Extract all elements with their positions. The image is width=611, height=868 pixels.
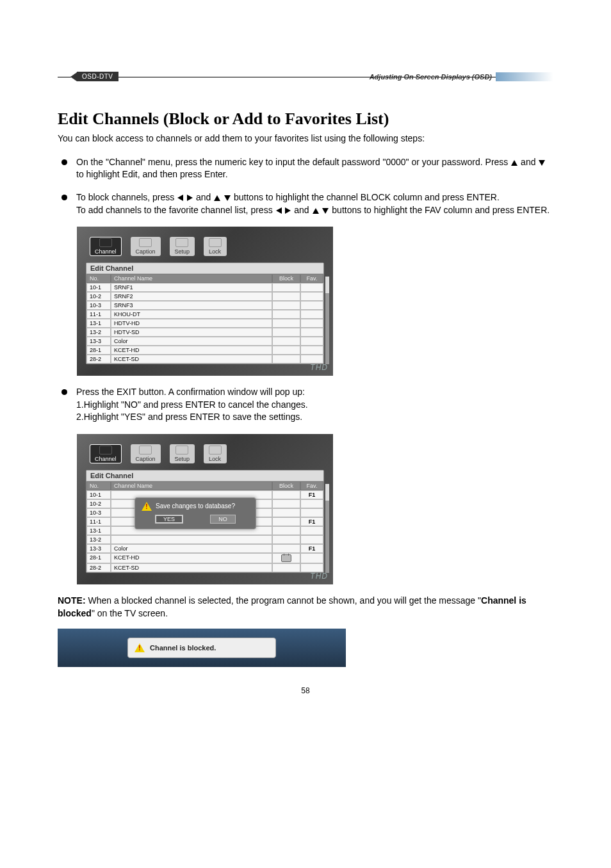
cell-block[interactable] (272, 328, 300, 337)
cell-block[interactable] (272, 499, 300, 508)
table-row[interactable]: 11-1KHOU-DT (86, 310, 323, 319)
channel-icon (99, 446, 112, 454)
cell-block[interactable] (272, 337, 300, 346)
tab-channel[interactable]: Channel (90, 444, 122, 463)
table-row[interactable]: 28-2KCET-SD (86, 355, 323, 364)
arrow-icon (70, 72, 77, 81)
table-row[interactable]: 10-1SRNF1 (86, 283, 323, 292)
tab-setup[interactable]: Setup (170, 444, 195, 463)
cell-block[interactable] (272, 355, 300, 364)
step1-text-a: On the "Channel" menu, press the numeric… (76, 157, 510, 167)
cell-fav[interactable] (300, 355, 323, 364)
cell-name (111, 535, 272, 544)
setup-icon (175, 238, 188, 247)
cell-no: 10-2 (86, 292, 111, 301)
tab-lock[interactable]: Lock (204, 237, 227, 256)
table-row[interactable]: 13-3Color (86, 337, 323, 346)
cell-block[interactable] (272, 508, 300, 517)
confirm-no-button[interactable]: NO (210, 515, 236, 524)
osd-screenshot-1: Channel Caption Setup Lock Edit Channel … (77, 227, 333, 376)
col-name: Channel Name (111, 481, 272, 490)
table-row[interactable]: 28-2KCET-SD (86, 563, 323, 572)
tab-setup-label: Setup (175, 248, 190, 255)
tab-caption[interactable]: Caption (131, 444, 161, 463)
cell-fav[interactable] (300, 499, 323, 508)
cell-fav[interactable] (300, 535, 323, 544)
channel-icon (99, 238, 112, 247)
tab-setup[interactable]: Setup (170, 237, 195, 256)
step2-text-c: buttons to highlight the channel BLOCK c… (231, 192, 500, 202)
confirm-text: Save changes to database? (156, 502, 235, 510)
step3-sub2: 2.Highlight "YES" and press ENTER to sav… (76, 412, 302, 422)
tab-caption[interactable]: Caption (131, 237, 161, 256)
step2-text-b: and (193, 192, 213, 202)
table-row[interactable]: 28-1KCET-HD (86, 553, 323, 563)
page-header: OSD-DTV Adjusting On Screen Displays (OS… (58, 64, 553, 77)
cell-block[interactable] (272, 310, 300, 319)
up-icon (313, 208, 319, 214)
cell-fav[interactable] (300, 337, 323, 346)
cell-fav[interactable]: F1 (300, 490, 323, 499)
cell-fav[interactable] (300, 319, 323, 328)
cell-fav[interactable]: F1 (300, 544, 323, 553)
cell-block[interactable] (272, 346, 300, 355)
table-row[interactable]: 13-1HDTV-HD (86, 319, 323, 328)
note-text-1: When a blocked channel is selected, the … (86, 595, 481, 606)
cell-block[interactable] (272, 319, 300, 328)
step-1: On the "Channel" menu, press the numeric… (58, 156, 553, 181)
cell-block[interactable] (272, 553, 300, 563)
left-icon (276, 207, 282, 214)
cell-block[interactable] (272, 490, 300, 499)
cell-block[interactable] (272, 517, 300, 526)
cell-block[interactable] (272, 535, 300, 544)
down-icon (539, 160, 545, 166)
cell-block[interactable] (272, 563, 300, 572)
cell-name: KCET-HD (111, 346, 272, 355)
step3-text: Press the EXIT button. A confirmation wi… (76, 387, 305, 397)
cell-fav[interactable] (300, 283, 323, 292)
bullet-icon (61, 159, 67, 165)
table-row[interactable]: 28-1KCET-HD (86, 346, 323, 355)
tab-channel[interactable]: Channel (90, 237, 122, 256)
table-row[interactable]: 10-3SRNF3 (86, 301, 323, 310)
caption-icon (139, 238, 152, 247)
tab-lock-label: Lock (209, 456, 221, 462)
cell-fav[interactable] (300, 526, 323, 535)
cell-fav[interactable] (300, 563, 323, 572)
warning-icon: ! (142, 502, 152, 511)
cell-block[interactable] (272, 544, 300, 553)
table-row[interactable]: 13-2HDTV-SD (86, 328, 323, 337)
cell-fav[interactable] (300, 508, 323, 517)
cell-fav[interactable] (300, 310, 323, 319)
cell-fav[interactable] (300, 346, 323, 355)
confirm-yes-button[interactable]: YES (155, 515, 183, 524)
cell-fav[interactable] (300, 553, 323, 563)
cell-name: SRNF2 (111, 292, 272, 301)
step3-sub1: 1.Highlight "NO" and press ENTER to canc… (76, 399, 308, 410)
scrollbar-thumb[interactable] (325, 277, 329, 293)
table-row[interactable]: 13-2 (86, 535, 323, 544)
cell-fav[interactable] (300, 328, 323, 337)
intro-text: You can block access to channels or add … (58, 133, 553, 145)
cell-block[interactable] (272, 292, 300, 301)
cell-block[interactable] (272, 526, 300, 535)
cell-no: 13-3 (86, 337, 111, 346)
cell-fav[interactable]: F1 (300, 517, 323, 526)
cell-fav[interactable] (300, 301, 323, 310)
header-subtitle: Adjusting On Screen Displays (OSD) (370, 73, 496, 81)
bullet-icon (61, 389, 67, 395)
tab-lock[interactable]: Lock (204, 444, 227, 463)
scrollbar-thumb[interactable] (325, 484, 329, 501)
up-icon (214, 195, 220, 201)
table-row[interactable]: 13-3ColorF1 (86, 544, 323, 553)
cell-fav[interactable] (300, 292, 323, 301)
grid-body: 10-1SRNF110-2SRNF210-3SRNF311-1KHOU-DT13… (86, 283, 323, 364)
cell-block[interactable] (272, 301, 300, 310)
cell-block[interactable] (272, 283, 300, 292)
cell-name: Color (111, 544, 272, 553)
step-3: Press the EXIT button. A confirmation wi… (58, 386, 553, 424)
cell-name: Color (111, 337, 272, 346)
tab-bar: Channel Caption Setup Lock (86, 234, 324, 262)
table-row[interactable]: 10-2SRNF2 (86, 292, 323, 301)
tab-bar: Channel Caption Setup Lock (86, 442, 324, 470)
